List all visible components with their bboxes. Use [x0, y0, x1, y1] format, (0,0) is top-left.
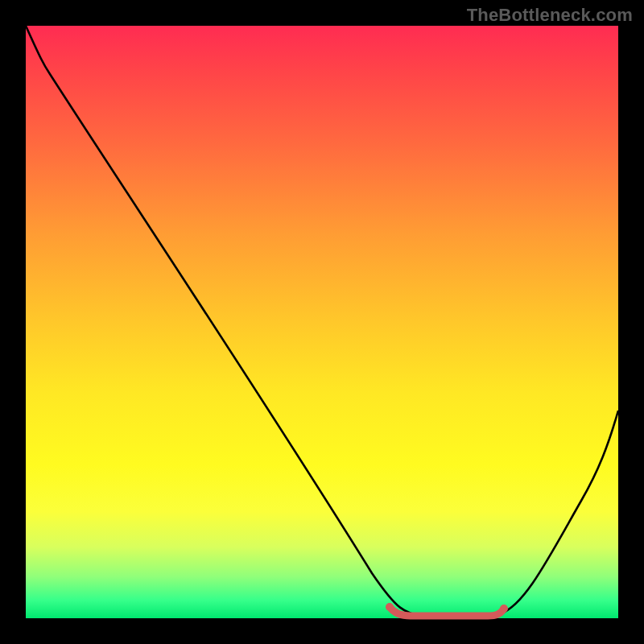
trough-marker-dot-left	[386, 603, 394, 611]
bottleneck-curve-path	[26, 26, 618, 617]
trough-marker-dot-right	[500, 605, 508, 613]
chart-frame: TheBottleneck.com	[0, 0, 644, 644]
watermark-text: TheBottleneck.com	[467, 5, 633, 26]
plot-area	[26, 26, 618, 618]
curve-svg	[26, 26, 618, 618]
